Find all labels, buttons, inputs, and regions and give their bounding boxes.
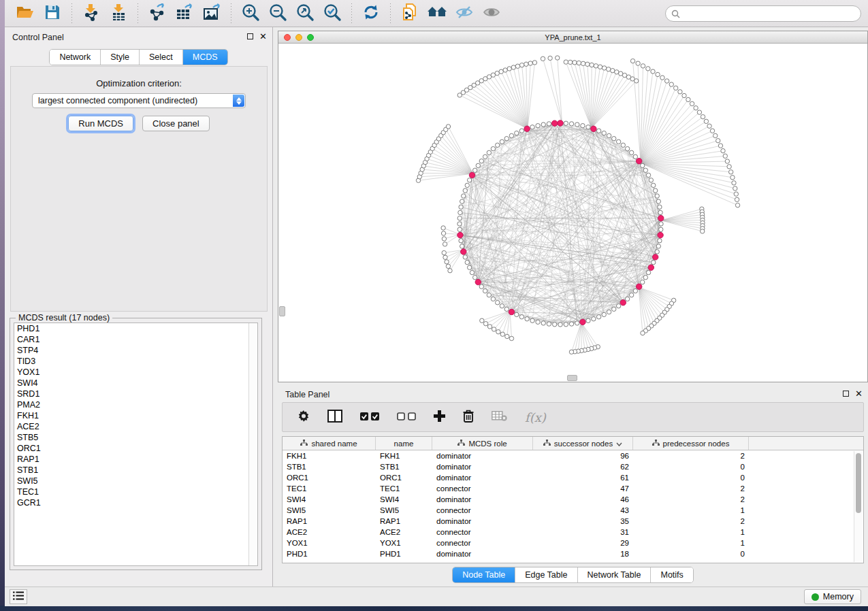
mcds-result-item[interactable]: SWI5 — [14, 476, 257, 486]
network-node[interactable] — [701, 229, 705, 233]
network-node[interactable] — [656, 199, 660, 203]
table-cell[interactable]: connector — [432, 505, 533, 516]
network-node[interactable] — [658, 210, 662, 214]
open-file-button[interactable] — [12, 3, 39, 24]
table-cell[interactable]: STB1 — [283, 461, 376, 472]
network-node[interactable] — [541, 56, 545, 61]
table-settings-button[interactable] — [298, 410, 310, 425]
zoom-selected-button[interactable] — [319, 3, 346, 24]
mcds-hub-node[interactable] — [524, 126, 530, 131]
table-cell[interactable]: TEC1 — [376, 483, 432, 494]
network-node[interactable] — [460, 199, 464, 203]
network-node[interactable] — [607, 133, 611, 137]
mcds-hub-node[interactable] — [580, 319, 585, 325]
network-node[interactable] — [734, 192, 738, 196]
network-node[interactable] — [641, 280, 645, 284]
network-node[interactable] — [636, 61, 640, 65]
table-cell[interactable]: dominator — [432, 516, 533, 527]
mcds-hub-node[interactable] — [509, 309, 514, 314]
network-node[interactable] — [569, 322, 573, 326]
network-node[interactable] — [697, 110, 701, 114]
mcds-result-item[interactable]: TEC1 — [14, 486, 257, 497]
network-node[interactable] — [503, 68, 507, 72]
network-node[interactable] — [581, 61, 585, 65]
network-node[interactable] — [721, 148, 725, 152]
table-row[interactable]: ORC1ORC1dominator610 — [283, 472, 863, 483]
network-node[interactable] — [479, 159, 483, 163]
network-node[interactable] — [629, 293, 633, 297]
network-node[interactable] — [646, 173, 650, 177]
network-node[interactable] — [496, 301, 500, 305]
network-node[interactable] — [656, 72, 660, 76]
network-node[interactable] — [735, 197, 739, 201]
network-node[interactable] — [664, 79, 669, 83]
network-node[interactable] — [511, 65, 515, 69]
mcds-hub-node[interactable] — [552, 120, 558, 126]
table-cell[interactable]: ACE2 — [283, 527, 376, 538]
network-node[interactable] — [496, 330, 500, 334]
network-node[interactable] — [443, 255, 447, 259]
network-node[interactable] — [573, 61, 577, 65]
mcds-result-item[interactable]: SRD1 — [14, 389, 257, 399]
network-node[interactable] — [594, 64, 598, 68]
network-node[interactable] — [547, 122, 551, 126]
network-node[interactable] — [459, 205, 463, 209]
mcds-result-item[interactable]: FKH1 — [14, 410, 257, 421]
network-node[interactable] — [487, 150, 491, 154]
network-node[interactable] — [652, 183, 656, 187]
close-panel-icon[interactable]: ✕ — [855, 390, 863, 397]
tab-network[interactable]: Network — [50, 50, 101, 65]
network-node[interactable] — [564, 60, 568, 64]
table-cell[interactable]: 43 — [533, 505, 633, 516]
table-cell[interactable]: PHD1 — [376, 548, 432, 559]
network-node[interactable] — [649, 178, 653, 182]
show-all-button[interactable] — [478, 3, 505, 24]
network-node[interactable] — [472, 168, 477, 172]
table-cell[interactable]: YOX1 — [376, 538, 432, 548]
network-node[interactable] — [658, 205, 662, 209]
table-cell[interactable]: 1 — [633, 505, 749, 516]
network-node[interactable] — [630, 59, 634, 63]
table-scrollbar[interactable] — [854, 451, 863, 562]
network-node[interactable] — [704, 119, 708, 123]
tab-motifs[interactable]: Motifs — [651, 567, 692, 582]
network-node[interactable] — [633, 288, 637, 293]
table-cell[interactable]: connector — [432, 538, 533, 548]
network-node[interactable] — [500, 304, 504, 308]
table-cell[interactable]: 96 — [533, 450, 633, 461]
table-cell[interactable]: SWI4 — [283, 494, 376, 505]
network-node[interactable] — [602, 312, 606, 316]
memory-button[interactable]: Memory — [804, 589, 861, 604]
network-node[interactable] — [629, 150, 633, 154]
table-cell[interactable]: connector — [432, 483, 533, 494]
network-node[interactable] — [491, 297, 495, 301]
network-node[interactable] — [507, 67, 511, 71]
network-node[interactable] — [558, 323, 562, 327]
network-node[interactable] — [548, 56, 552, 60]
network-node[interactable] — [633, 154, 637, 159]
network-node[interactable] — [528, 61, 532, 65]
network-node[interactable] — [585, 62, 590, 66]
table-cell[interactable]: connector — [432, 527, 533, 538]
network-node[interactable] — [577, 61, 581, 65]
network-node[interactable] — [690, 101, 694, 105]
network-node[interactable] — [504, 307, 509, 311]
mcds-result-item[interactable]: YOX1 — [14, 367, 257, 378]
table-scrollbar-thumb[interactable] — [856, 453, 861, 513]
network-node[interactable] — [564, 323, 568, 327]
network-canvas[interactable] — [278, 44, 867, 382]
table-cell[interactable]: 31 — [533, 527, 633, 538]
table-cell[interactable]: RAP1 — [283, 516, 376, 527]
table-row[interactable]: SWI4SWI4dominator462 — [283, 494, 863, 505]
table-cell[interactable]: 0 — [633, 461, 749, 472]
network-node[interactable] — [732, 181, 736, 185]
network-node[interactable] — [536, 320, 540, 324]
table-row[interactable]: RAP1RAP1dominator352 — [283, 516, 863, 527]
mcds-hub-node[interactable] — [620, 300, 626, 306]
network-node[interactable] — [492, 327, 496, 331]
table-cell[interactable]: PHD1 — [283, 548, 376, 559]
table-row[interactable]: PHD1PHD1dominator180 — [283, 548, 863, 559]
network-node[interactable] — [625, 297, 629, 301]
network-node[interactable] — [646, 270, 650, 274]
maximize-window-icon[interactable] — [307, 34, 314, 41]
